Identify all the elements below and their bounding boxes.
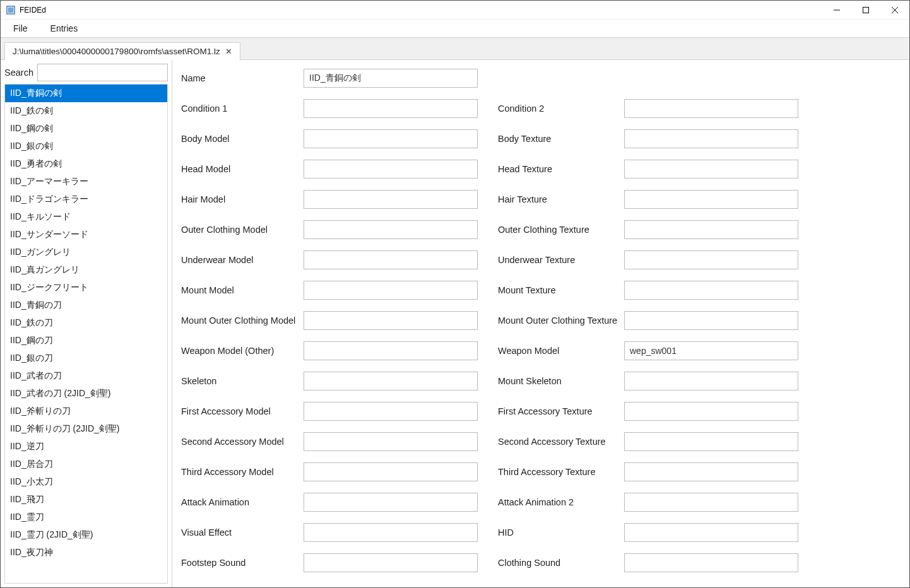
field-label: Second Accessory Model <box>181 437 304 447</box>
field-pair: Attack Animation 2 <box>498 493 801 512</box>
list-item[interactable]: IID_斧斬りの刀 (2JID_剣聖) <box>5 420 167 438</box>
list-item[interactable]: IID_飛刀 <box>5 491 167 509</box>
list-item[interactable]: IID_ジークフリート <box>5 279 167 297</box>
field-input[interactable] <box>624 160 798 179</box>
form-row: Attack AnimationAttack Animation 2 <box>181 493 898 512</box>
form-row: Underwear ModelUnderwear Texture <box>181 250 898 269</box>
list-item[interactable]: IID_青銅の刀 <box>5 297 167 314</box>
form-row: Name <box>181 69 898 88</box>
field-input[interactable] <box>304 190 478 209</box>
field-input[interactable] <box>304 402 478 421</box>
field-input[interactable] <box>624 341 798 360</box>
field-input[interactable] <box>304 250 478 269</box>
menu-file[interactable]: File <box>11 22 30 35</box>
svg-rect-3 <box>863 7 869 13</box>
list-item[interactable]: IID_キルソード <box>5 208 167 226</box>
app-window: FEIDEd File Entries J:\luma\titles\00040… <box>0 0 910 588</box>
field-input[interactable] <box>304 129 478 148</box>
search-row: Search <box>4 64 168 81</box>
field-input[interactable] <box>304 372 478 391</box>
field-input[interactable] <box>304 160 478 179</box>
field-input[interactable] <box>624 99 798 118</box>
field-input[interactable] <box>304 493 478 512</box>
list-item[interactable]: IID_逆刀 <box>5 438 167 456</box>
list-item[interactable]: IID_勇者の剣 <box>5 155 167 173</box>
field-input[interactable] <box>304 99 478 118</box>
field-input[interactable] <box>624 220 798 239</box>
field-input[interactable] <box>304 220 478 239</box>
field-input[interactable] <box>304 341 478 360</box>
field-input[interactable] <box>304 281 478 300</box>
list-item[interactable]: IID_銀の剣 <box>5 138 167 155</box>
field-pair: Weapon Model (Other) <box>181 341 498 360</box>
list-item[interactable]: IID_銀の刀 <box>5 350 167 367</box>
field-label: Attack Animation 2 <box>498 497 624 507</box>
field-label: Mount Model <box>181 285 304 295</box>
close-button[interactable] <box>880 1 909 19</box>
field-label: Skeleton <box>181 376 304 386</box>
list-item[interactable]: IID_武者の刀 <box>5 367 167 385</box>
list-item[interactable]: IID_鉄の剣 <box>5 102 167 120</box>
field-input[interactable] <box>624 432 798 451</box>
field-input[interactable] <box>624 250 798 269</box>
field-input[interactable] <box>304 553 478 572</box>
list-item[interactable]: IID_鋼の剣 <box>5 120 167 138</box>
form-row: Body ModelBody Texture <box>181 129 898 148</box>
entry-list[interactable]: IID_青銅の剣IID_鉄の剣IID_鋼の剣IID_銀の剣IID_勇者の剣IID… <box>4 84 168 584</box>
tab-close-icon[interactable]: ✕ <box>225 47 232 56</box>
menu-entries[interactable]: Entries <box>48 22 81 35</box>
field-pair: Mount Skeleton <box>498 372 801 391</box>
field-pair: First Accessory Texture <box>498 402 801 421</box>
field-label: Body Model <box>181 134 304 144</box>
field-label: Hair Model <box>181 194 304 204</box>
form-row: Outer Clothing ModelOuter Clothing Textu… <box>181 220 898 239</box>
field-input[interactable] <box>624 493 798 512</box>
field-input[interactable] <box>304 462 478 481</box>
field-label: Visual Effect <box>181 527 304 538</box>
list-item[interactable]: IID_アーマーキラー <box>5 173 167 191</box>
field-label: Condition 2 <box>498 103 624 114</box>
field-input[interactable] <box>624 311 798 330</box>
field-label: Weapon Model (Other) <box>181 346 304 356</box>
field-input[interactable] <box>304 523 478 542</box>
field-label: Outer Clothing Model <box>181 225 304 235</box>
field-label: Name <box>181 73 304 83</box>
field-input[interactable] <box>624 402 798 421</box>
list-item[interactable]: IID_霊刀 (2JID_剣聖) <box>5 526 167 544</box>
field-input[interactable] <box>304 432 478 451</box>
field-input[interactable] <box>624 129 798 148</box>
list-item[interactable]: IID_ガングレリ <box>5 244 167 261</box>
field-input[interactable] <box>624 553 798 572</box>
field-label: HID <box>498 527 624 538</box>
list-item[interactable]: IID_鉄の刀 <box>5 314 167 332</box>
list-item[interactable]: IID_夜刀神 <box>5 544 167 562</box>
search-input[interactable] <box>37 64 168 81</box>
field-input[interactable] <box>624 372 798 391</box>
list-item[interactable]: IID_真ガングレリ <box>5 261 167 279</box>
content-area: Search IID_青銅の剣IID_鉄の剣IID_鋼の剣IID_銀の剣IID_… <box>1 60 909 587</box>
field-input[interactable] <box>624 281 798 300</box>
minimize-button[interactable] <box>822 1 851 19</box>
tab-rom1[interactable]: J:\luma\titles\0004000000179800\romfs\as… <box>4 42 240 60</box>
list-item[interactable]: IID_サンダーソード <box>5 226 167 244</box>
field-label: Weapon Model <box>498 346 624 356</box>
list-item[interactable]: IID_武者の刀 (2JID_剣聖) <box>5 385 167 403</box>
list-item[interactable]: IID_鋼の刀 <box>5 332 167 350</box>
list-item[interactable]: IID_居合刀 <box>5 456 167 473</box>
field-input[interactable] <box>624 190 798 209</box>
list-item[interactable]: IID_斧斬りの刀 <box>5 403 167 420</box>
list-item[interactable]: IID_ドラゴンキラー <box>5 191 167 208</box>
field-input[interactable] <box>304 69 478 88</box>
field-input[interactable] <box>304 311 478 330</box>
list-item[interactable]: IID_小太刀 <box>5 473 167 491</box>
field-label: Body Texture <box>498 134 624 144</box>
tabbar: J:\luma\titles\0004000000179800\romfs\as… <box>1 37 909 60</box>
field-label: Clothing Sound <box>498 558 624 568</box>
field-input[interactable] <box>624 523 798 542</box>
maximize-button[interactable] <box>851 1 880 19</box>
menubar: File Entries <box>1 20 909 37</box>
field-input[interactable] <box>624 462 798 481</box>
list-item[interactable]: IID_霊刀 <box>5 509 167 526</box>
list-item[interactable]: IID_青銅の剣 <box>5 85 167 102</box>
field-pair: HID <box>498 523 801 542</box>
